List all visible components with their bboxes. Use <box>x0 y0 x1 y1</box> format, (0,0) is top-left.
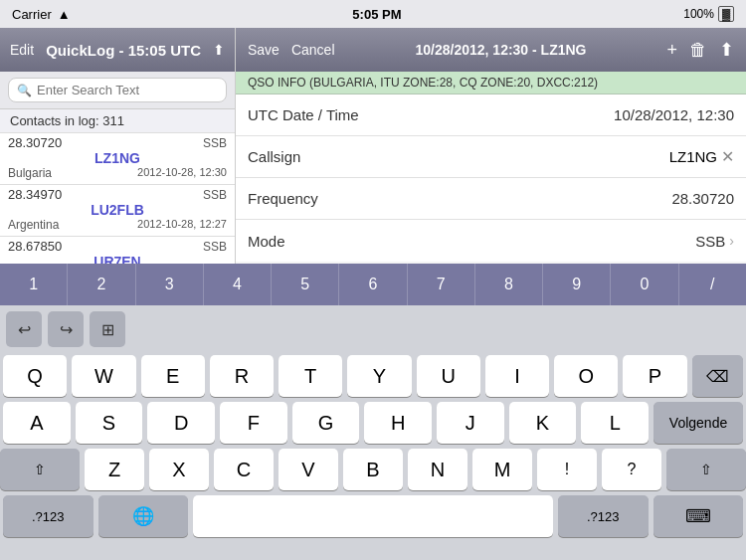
key-k[interactable]: K <box>509 402 577 444</box>
chevron-right-icon: › <box>729 233 734 249</box>
num-key-1[interactable]: 1 <box>0 264 68 305</box>
num-key-0[interactable]: 0 <box>611 264 678 305</box>
frequency-text: 28.30720 <box>671 190 734 207</box>
add-icon[interactable]: + <box>666 40 677 61</box>
battery-text: 100% <box>683 7 714 21</box>
key-j[interactable]: J <box>437 402 504 444</box>
edit-button[interactable]: Edit <box>10 42 34 58</box>
share-button[interactable]: ⬆ <box>213 42 225 58</box>
key-n[interactable]: N <box>408 449 467 490</box>
key-exclaim[interactable]: ! <box>537 449 597 490</box>
key-l[interactable]: L <box>581 402 649 444</box>
key-p[interactable]: P <box>623 355 686 397</box>
contact-item-0[interactable]: 28.30720 SSB LZ1NG Bulgaria 2012-10-28, … <box>0 133 235 185</box>
shift-left-key[interactable]: ⇧ <box>0 449 80 490</box>
volgende-key[interactable]: Volgende <box>653 402 743 444</box>
trash-icon[interactable]: 🗑 <box>689 40 707 61</box>
key-c[interactable]: C <box>214 449 274 490</box>
key-e[interactable]: E <box>141 355 205 397</box>
keyboard-area: ↩ ↪ ⊞ Q W E R T Y U I O P ⌫ A S D F G H … <box>0 305 746 546</box>
clipboard-button[interactable]: ⊞ <box>90 311 125 347</box>
frequency-value: 28.30720 <box>407 190 734 207</box>
mode-text: SSB <box>695 233 725 250</box>
space-key[interactable] <box>193 495 553 537</box>
status-bar: Carrier ▲ 5:05 PM 100% ▓ <box>0 0 746 28</box>
form-table: UTC Date / Time 10/28/2012, 12:30 Callsi… <box>236 94 746 262</box>
key-question[interactable]: ? <box>602 449 661 490</box>
num-key-5[interactable]: 5 <box>272 264 339 305</box>
key-x[interactable]: X <box>149 449 209 490</box>
redo-button[interactable]: ↪ <box>48 311 84 347</box>
key-b[interactable]: B <box>343 449 403 490</box>
contact-callsign-0: LZ1NG <box>8 150 227 166</box>
key-u[interactable]: U <box>417 355 480 397</box>
status-time: 5:05 PM <box>352 7 401 22</box>
key-f[interactable]: F <box>220 402 287 444</box>
key-s[interactable]: S <box>76 402 143 444</box>
contact-callsign-1: LU2FLB <box>8 202 227 218</box>
key-y[interactable]: Y <box>347 355 411 397</box>
key-o[interactable]: O <box>554 355 618 397</box>
share-icon[interactable]: ⬆ <box>719 39 734 61</box>
right-nav-title: 10/28/2012, 12:30 - LZ1NG <box>416 42 587 58</box>
num-key-3[interactable]: 3 <box>136 264 204 305</box>
shift-right-key[interactable]: ⇧ <box>666 449 746 490</box>
left-nav-title: QuickLog - 15:05 UTC <box>46 42 201 59</box>
datetime-text: 10/28/2012, 12:30 <box>614 106 734 123</box>
contact-item-2[interactable]: 28.67850 SSB UR7EN Ukraine 2012-10-28, 1… <box>0 237 235 264</box>
contact-mode-0: SSB <box>203 136 227 150</box>
key-r[interactable]: R <box>210 355 274 397</box>
globe-key[interactable]: 🌐 <box>98 495 189 537</box>
sym123-left-key[interactable]: .?123 <box>3 495 93 537</box>
search-input-wrap: 🔍 <box>8 78 227 102</box>
contact-freq-1: 28.34970 <box>8 187 62 202</box>
contact-freq-0: 28.30720 <box>8 135 62 150</box>
contact-list: 28.30720 SSB LZ1NG Bulgaria 2012-10-28, … <box>0 133 235 264</box>
cancel-button[interactable]: Cancel <box>291 42 335 58</box>
num-key-8[interactable]: 8 <box>475 264 543 305</box>
callsign-value: LZ1NG ✕ <box>407 147 734 166</box>
key-d[interactable]: D <box>147 402 215 444</box>
right-panel: Save Cancel 10/28/2012, 12:30 - LZ1NG + … <box>236 28 746 264</box>
key-m[interactable]: M <box>472 449 532 490</box>
form-row-mode[interactable]: Mode SSB › <box>236 220 746 262</box>
contact-mode-1: SSB <box>203 188 227 202</box>
contact-date-1: 2012-10-28, 12:27 <box>137 218 227 232</box>
num-key-2[interactable]: 2 <box>68 264 135 305</box>
callsign-clear-button[interactable]: ✕ <box>721 147 734 166</box>
contact-item-1[interactable]: 28.34970 SSB LU2FLB Argentina 2012-10-28… <box>0 185 235 237</box>
carrier-text: Carrier <box>12 7 52 22</box>
form-row-callsign[interactable]: Callsign LZ1NG ✕ <box>236 136 746 178</box>
save-button[interactable]: Save <box>248 42 280 58</box>
num-key-slash[interactable]: / <box>679 264 746 305</box>
keyboard-hide-key[interactable]: ⌨ <box>653 495 744 537</box>
number-bar: 1 2 3 4 5 6 7 8 9 0 / <box>0 264 746 305</box>
keyboard-row-1: Q W E R T Y U I O P ⌫ <box>3 355 743 397</box>
key-v[interactable]: V <box>279 449 338 490</box>
backspace-key[interactable]: ⌫ <box>692 355 743 397</box>
undo-button[interactable]: ↩ <box>6 311 42 347</box>
contacts-header: Contacts in log: 311 <box>0 109 235 133</box>
num-key-6[interactable]: 6 <box>339 264 407 305</box>
key-h[interactable]: H <box>364 402 432 444</box>
key-z[interactable]: Z <box>85 449 144 490</box>
form-row-datetime[interactable]: UTC Date / Time 10/28/2012, 12:30 <box>236 94 746 136</box>
num-key-7[interactable]: 7 <box>408 264 475 305</box>
keyboard-row-3: ⇧ Z X C V B N M ! ? ⇧ <box>3 449 743 490</box>
callsign-label: Callsign <box>248 148 407 165</box>
search-input[interactable] <box>37 83 218 97</box>
key-w[interactable]: W <box>72 355 135 397</box>
nav-actions: Save Cancel <box>248 42 335 58</box>
key-t[interactable]: T <box>279 355 342 397</box>
key-q[interactable]: Q <box>3 355 67 397</box>
sym123-right-key[interactable]: .?123 <box>558 495 649 537</box>
contact-date-0: 2012-10-28, 12:30 <box>137 166 227 180</box>
key-g[interactable]: G <box>292 402 360 444</box>
num-key-9[interactable]: 9 <box>543 264 611 305</box>
search-bar: 🔍 <box>0 72 235 109</box>
contact-callsign-2: UR7EN <box>8 254 227 264</box>
key-a[interactable]: A <box>3 402 71 444</box>
key-i[interactable]: I <box>485 355 549 397</box>
num-key-4[interactable]: 4 <box>204 264 272 305</box>
form-row-frequency[interactable]: Frequency 28.30720 <box>236 178 746 220</box>
